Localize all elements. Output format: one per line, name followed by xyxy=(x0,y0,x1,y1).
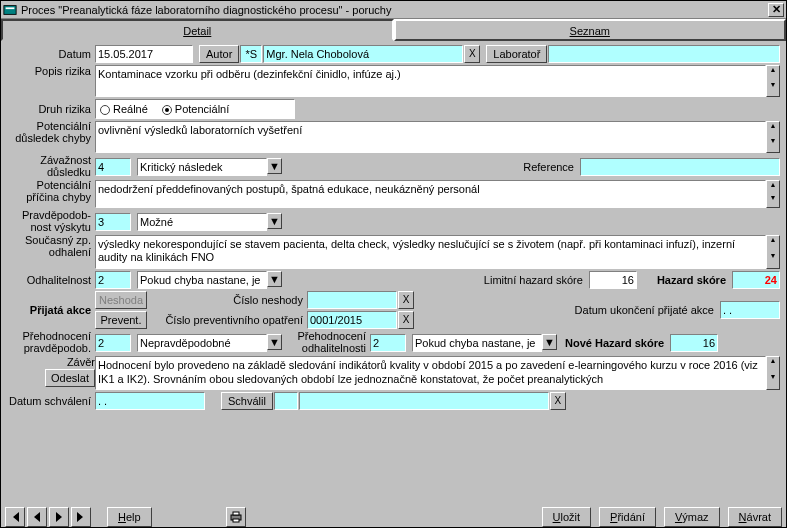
label-druh-rizika: Druh rizika xyxy=(3,103,95,115)
field-zavaznost-num[interactable]: 4 xyxy=(95,158,131,176)
chevron-down-icon[interactable]: ▼ xyxy=(542,334,557,350)
print-button[interactable] xyxy=(226,507,246,527)
label-zaver: Závěr xyxy=(67,356,95,368)
field-hazard-skore: 24 xyxy=(732,271,780,289)
label-zavaznost: Závažnostdůsledku xyxy=(3,155,95,178)
field-prehod-odh-num[interactable]: 2 xyxy=(370,334,406,352)
field-popis-rizika[interactable]: Kontaminace vzorku při odběru (dezinfekč… xyxy=(95,65,766,97)
field-odhalitelnost-num[interactable]: 2 xyxy=(95,271,131,289)
delete-button[interactable]: Výmaz xyxy=(664,507,720,527)
clear-prev-button[interactable]: X xyxy=(398,311,414,329)
field-schvalil-name xyxy=(299,392,549,410)
nav-last-button[interactable] xyxy=(71,507,91,527)
combo-pravdepodob[interactable]: Možné ▼ xyxy=(137,213,282,231)
window-root: Proces "Preanalytická fáze laboratorního… xyxy=(0,0,787,528)
field-datum[interactable]: 15.05.2017 xyxy=(95,45,193,63)
add-button[interactable]: Přidání xyxy=(599,507,656,527)
window-title: Proces "Preanalytická fáze laboratorního… xyxy=(21,4,768,16)
label-potencialni-pricina: Potenciálnípříčina chyby xyxy=(3,180,95,203)
combo-prehod-odh[interactable]: Pokud chyba nastane, je ▼ xyxy=(412,334,557,352)
spin-popis-rizika[interactable]: ▲▼ xyxy=(766,65,780,97)
label-prehod-pravd: Přehodnocenípravděpodob. xyxy=(3,331,95,354)
label-soucasny-zp: Současný zp.odhalení xyxy=(3,235,95,258)
label-reference: Reference xyxy=(523,161,574,173)
button-prevent[interactable]: Prevent. xyxy=(95,311,147,329)
label-datum-ukonceni: Datum ukončení přijaté akce xyxy=(575,304,714,316)
field-datum-schvaleni[interactable]: . . xyxy=(95,392,205,410)
chevron-down-icon[interactable]: ▼ xyxy=(267,158,282,174)
field-datum-ukonceni[interactable]: . . xyxy=(720,301,780,319)
label-prijata-akce: Přijatá akce xyxy=(3,299,95,321)
svg-rect-0 xyxy=(4,5,16,14)
nav-next-button[interactable] xyxy=(49,507,69,527)
field-prehod-num[interactable]: 2 xyxy=(95,334,131,352)
button-neshoda: Neshoda xyxy=(95,291,147,309)
label-odhalitelnost: Odhalitelnost xyxy=(3,274,95,286)
spin-pot-pricina[interactable]: ▲▼ xyxy=(766,180,780,208)
field-laborator xyxy=(548,45,780,63)
spin-soucasny[interactable]: ▲▼ xyxy=(766,235,780,269)
tab-bar: Detail Seznam xyxy=(1,19,786,41)
tab-detail[interactable]: Detail xyxy=(1,19,394,41)
label-potencialni-dusledek: Potenciálnídůsledek chyby xyxy=(3,121,95,144)
field-cislo-prev: 0001/2015 xyxy=(307,311,397,329)
svg-rect-1 xyxy=(6,7,15,9)
button-schvalil[interactable]: Schválil xyxy=(221,392,273,410)
field-autor-name: Mgr. Nela Chobolová xyxy=(263,45,463,63)
svg-rect-4 xyxy=(233,519,239,522)
label-datum: Datum xyxy=(3,48,95,60)
field-autor-code: *S xyxy=(240,45,262,63)
spin-zaver[interactable]: ▲▼ xyxy=(766,356,780,390)
clear-neshoda-button[interactable]: X xyxy=(398,291,414,309)
footer-bar: Help Uložit Přidání Výmaz Návrat xyxy=(1,505,786,527)
radio-potencialni[interactable]: Potenciální xyxy=(162,103,229,115)
titlebar: Proces "Preanalytická fáze laboratorního… xyxy=(1,1,786,19)
close-button[interactable]: ✕ xyxy=(768,3,784,17)
field-pravdepodob-num[interactable]: 3 xyxy=(95,213,131,231)
label-popis-rizika: Popis rizika xyxy=(3,65,95,77)
combo-prehod[interactable]: Nepravděpodobné ▼ xyxy=(137,334,282,352)
combo-zavaznost[interactable]: Kritický následek ▼ xyxy=(137,158,282,176)
help-button[interactable]: Help xyxy=(107,507,152,527)
radio-realne[interactable]: Reálné xyxy=(100,103,148,115)
field-potencialni-dusledek[interactable]: ovlivnění výsledků laboratorních vyšetře… xyxy=(95,121,766,153)
label-nove-hazard: Nové Hazard skóre xyxy=(565,337,664,349)
label-cislo-prev: Číslo preventivního opatření xyxy=(147,314,307,326)
label-hazard-skore: Hazard skóre xyxy=(657,274,726,286)
field-reference[interactable] xyxy=(580,158,780,176)
svg-rect-3 xyxy=(233,512,239,515)
field-schvalil-code xyxy=(274,392,298,410)
tab-seznam[interactable]: Seznam xyxy=(394,19,787,41)
printer-icon xyxy=(229,511,243,523)
field-zaver[interactable]: Hodnocení bylo provedeno na základě sled… xyxy=(95,356,766,390)
label-pravdepodobnost: Pravděpodob-nost výskytu xyxy=(3,210,95,233)
label-cislo-neshody: Číslo neshody xyxy=(147,294,307,306)
field-cislo-neshody xyxy=(307,291,397,309)
label-prehod-odh: Přehodnoceníodhalitelnosti xyxy=(294,331,370,354)
nav-first-button[interactable] xyxy=(5,507,25,527)
spin-pot-dusledek[interactable]: ▲▼ xyxy=(766,121,780,153)
button-autor[interactable]: Autor xyxy=(199,45,239,63)
chevron-down-icon[interactable]: ▼ xyxy=(267,334,282,350)
chevron-down-icon[interactable]: ▼ xyxy=(267,213,282,229)
field-soucasny-zp[interactable]: výsledky nekorespondující se stavem paci… xyxy=(95,235,766,269)
chevron-down-icon[interactable]: ▼ xyxy=(267,271,282,287)
clear-autor-button[interactable]: X xyxy=(464,45,480,63)
form-body: Datum 15.05.2017 Autor *S Mgr. Nela Chob… xyxy=(1,41,786,505)
return-button[interactable]: Návrat xyxy=(728,507,782,527)
app-icon xyxy=(3,3,17,17)
field-potencialni-pricina[interactable]: nedodržení předdefinovaných postupů, špa… xyxy=(95,180,766,208)
label-limit-hazard: Limitní hazard skóre xyxy=(484,274,583,286)
nav-prev-button[interactable] xyxy=(27,507,47,527)
field-limit-hazard: 16 xyxy=(589,271,637,289)
save-button[interactable]: Uložit xyxy=(542,507,592,527)
button-laborator[interactable]: Laboratoř xyxy=(486,45,547,63)
clear-schvalil-button[interactable]: X xyxy=(550,392,566,410)
combo-odhalitelnost[interactable]: Pokud chyba nastane, je ▼ xyxy=(137,271,282,289)
field-nove-hazard: 16 xyxy=(670,334,718,352)
group-druh-rizika: Reálné Potenciální xyxy=(95,99,295,119)
button-odeslat[interactable]: Odeslat xyxy=(45,369,95,387)
label-datum-schvaleni: Datum schválení xyxy=(3,395,95,407)
